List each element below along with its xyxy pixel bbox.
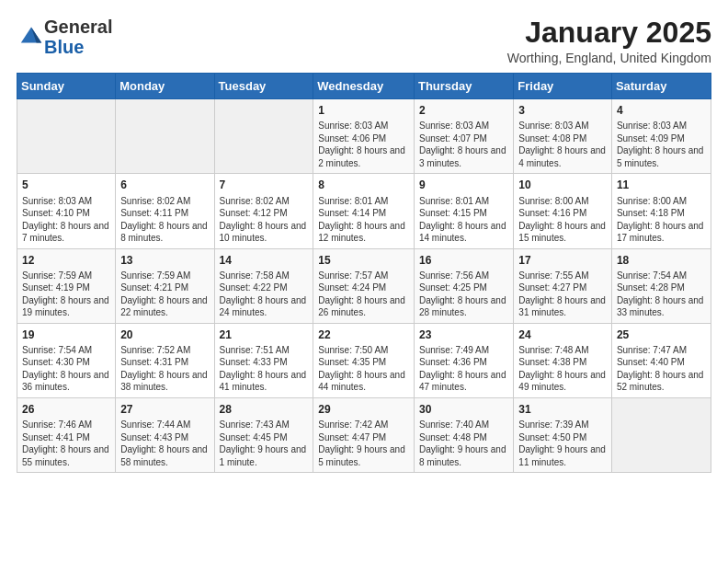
day-number: 22	[318, 327, 409, 342]
calendar-cell: 8Sunrise: 8:01 AM Sunset: 4:14 PM Daylig…	[313, 174, 415, 248]
calendar-cell: 3Sunrise: 8:03 AM Sunset: 4:08 PM Daylig…	[514, 99, 612, 174]
day-number: 6	[120, 178, 209, 192]
calendar-cell: 15Sunrise: 7:57 AM Sunset: 4:24 PM Dayli…	[313, 248, 415, 323]
calendar-table: SundayMondayTuesdayWednesdayThursdayFrid…	[17, 73, 711, 473]
calendar-cell: 14Sunrise: 7:58 AM Sunset: 4:22 PM Dayli…	[214, 248, 313, 323]
weekday-header: Thursday	[414, 74, 513, 99]
day-number: 31	[518, 402, 607, 417]
day-number: 1	[318, 103, 409, 118]
calendar-cell: 7Sunrise: 8:02 AM Sunset: 4:12 PM Daylig…	[214, 174, 313, 248]
calendar-cell: 19Sunrise: 7:54 AM Sunset: 4:30 PM Dayli…	[17, 323, 116, 397]
calendar-cell: 9Sunrise: 8:01 AM Sunset: 4:15 PM Daylig…	[414, 174, 513, 248]
calendar-cell: 31Sunrise: 7:39 AM Sunset: 4:50 PM Dayli…	[514, 397, 612, 472]
calendar-week-row: 12Sunrise: 7:59 AM Sunset: 4:19 PM Dayli…	[17, 248, 711, 323]
title-block: January 2025 Worthing, England, United K…	[507, 17, 711, 65]
day-info: Sunrise: 7:59 AM Sunset: 4:19 PM Dayligh…	[22, 270, 110, 319]
calendar-cell: 5Sunrise: 8:03 AM Sunset: 4:10 PM Daylig…	[17, 174, 116, 248]
month-title: January 2025	[507, 17, 711, 49]
calendar-cell: 23Sunrise: 7:49 AM Sunset: 4:36 PM Dayli…	[414, 323, 513, 397]
day-info: Sunrise: 8:01 AM Sunset: 4:15 PM Dayligh…	[419, 195, 508, 245]
day-info: Sunrise: 7:49 AM Sunset: 4:36 PM Dayligh…	[419, 344, 508, 394]
day-info: Sunrise: 7:55 AM Sunset: 4:27 PM Dayligh…	[518, 270, 607, 319]
calendar-week-row: 19Sunrise: 7:54 AM Sunset: 4:30 PM Dayli…	[17, 323, 711, 397]
day-number: 30	[419, 402, 508, 417]
calendar-cell: 17Sunrise: 7:55 AM Sunset: 4:27 PM Dayli…	[514, 248, 612, 323]
day-number: 16	[419, 253, 508, 268]
calendar-cell: 26Sunrise: 7:46 AM Sunset: 4:41 PM Dayli…	[17, 397, 116, 472]
day-info: Sunrise: 8:02 AM Sunset: 4:12 PM Dayligh…	[220, 195, 309, 245]
day-number: 12	[22, 253, 110, 268]
day-info: Sunrise: 7:48 AM Sunset: 4:38 PM Dayligh…	[518, 344, 607, 394]
weekday-header: Sunday	[17, 74, 116, 99]
day-info: Sunrise: 7:52 AM Sunset: 4:31 PM Dayligh…	[120, 344, 209, 394]
day-info: Sunrise: 8:02 AM Sunset: 4:11 PM Dayligh…	[120, 195, 209, 245]
calendar-week-row: 5Sunrise: 8:03 AM Sunset: 4:10 PM Daylig…	[17, 174, 711, 248]
day-number: 11	[617, 178, 706, 192]
calendar-cell: 24Sunrise: 7:48 AM Sunset: 4:38 PM Dayli…	[514, 323, 612, 397]
day-info: Sunrise: 7:43 AM Sunset: 4:45 PM Dayligh…	[220, 419, 309, 468]
day-info: Sunrise: 7:40 AM Sunset: 4:48 PM Dayligh…	[419, 419, 508, 468]
calendar-week-row: 26Sunrise: 7:46 AM Sunset: 4:41 PM Dayli…	[17, 397, 711, 472]
logo: General Blue	[17, 17, 112, 57]
day-info: Sunrise: 7:54 AM Sunset: 4:28 PM Dayligh…	[617, 270, 706, 319]
day-info: Sunrise: 7:44 AM Sunset: 4:43 PM Dayligh…	[120, 419, 209, 468]
day-info: Sunrise: 7:56 AM Sunset: 4:25 PM Dayligh…	[419, 270, 508, 319]
day-number: 9	[419, 178, 508, 192]
day-number: 28	[220, 402, 309, 417]
day-number: 7	[220, 178, 309, 192]
calendar-cell: 2Sunrise: 8:03 AM Sunset: 4:07 PM Daylig…	[414, 99, 513, 174]
day-number: 3	[518, 103, 607, 118]
day-info: Sunrise: 8:00 AM Sunset: 4:18 PM Dayligh…	[617, 195, 706, 245]
day-info: Sunrise: 7:39 AM Sunset: 4:50 PM Dayligh…	[518, 419, 607, 468]
day-number: 25	[617, 327, 706, 342]
calendar-cell: 16Sunrise: 7:56 AM Sunset: 4:25 PM Dayli…	[414, 248, 513, 323]
calendar-cell: 27Sunrise: 7:44 AM Sunset: 4:43 PM Dayli…	[116, 397, 214, 472]
day-info: Sunrise: 7:57 AM Sunset: 4:24 PM Dayligh…	[318, 270, 409, 319]
header: General Blue January 2025 Worthing, Engl…	[17, 17, 711, 65]
calendar-cell: 4Sunrise: 8:03 AM Sunset: 4:09 PM Daylig…	[611, 99, 711, 174]
calendar-cell: 28Sunrise: 7:43 AM Sunset: 4:45 PM Dayli…	[214, 397, 313, 472]
day-number: 17	[518, 253, 607, 268]
day-number: 19	[22, 327, 110, 342]
day-info: Sunrise: 8:03 AM Sunset: 4:09 PM Dayligh…	[617, 120, 706, 169]
calendar-cell	[214, 99, 313, 174]
calendar-cell: 22Sunrise: 7:50 AM Sunset: 4:35 PM Dayli…	[313, 323, 415, 397]
day-number: 13	[120, 253, 209, 268]
day-info: Sunrise: 8:03 AM Sunset: 4:10 PM Dayligh…	[22, 195, 110, 245]
calendar-cell	[611, 397, 711, 472]
page: General Blue January 2025 Worthing, Engl…	[0, 0, 728, 482]
calendar-cell: 20Sunrise: 7:52 AM Sunset: 4:31 PM Dayli…	[116, 323, 214, 397]
day-info: Sunrise: 8:03 AM Sunset: 4:06 PM Dayligh…	[318, 120, 409, 169]
weekday-header: Tuesday	[214, 74, 313, 99]
day-number: 15	[318, 253, 409, 268]
calendar-cell: 18Sunrise: 7:54 AM Sunset: 4:28 PM Dayli…	[611, 248, 711, 323]
logo-blue: Blue	[44, 37, 84, 57]
calendar-cell: 12Sunrise: 7:59 AM Sunset: 4:19 PM Dayli…	[17, 248, 116, 323]
day-number: 26	[22, 402, 110, 417]
calendar-cell	[116, 99, 214, 174]
day-info: Sunrise: 8:03 AM Sunset: 4:07 PM Dayligh…	[419, 120, 508, 169]
day-info: Sunrise: 7:42 AM Sunset: 4:47 PM Dayligh…	[318, 419, 409, 468]
calendar-cell: 21Sunrise: 7:51 AM Sunset: 4:33 PM Dayli…	[214, 323, 313, 397]
calendar-cell: 11Sunrise: 8:00 AM Sunset: 4:18 PM Dayli…	[611, 174, 711, 248]
logo-general: General	[44, 17, 112, 37]
calendar-cell	[17, 99, 116, 174]
day-number: 8	[318, 178, 409, 192]
calendar-cell: 6Sunrise: 8:02 AM Sunset: 4:11 PM Daylig…	[116, 174, 214, 248]
logo-text: General Blue	[44, 17, 112, 57]
weekday-header: Friday	[514, 74, 612, 99]
day-info: Sunrise: 7:50 AM Sunset: 4:35 PM Dayligh…	[318, 344, 409, 394]
day-number: 5	[22, 178, 110, 192]
day-info: Sunrise: 8:01 AM Sunset: 4:14 PM Dayligh…	[318, 195, 409, 245]
day-number: 23	[419, 327, 508, 342]
location: Worthing, England, United Kingdom	[507, 51, 711, 65]
calendar-cell: 10Sunrise: 8:00 AM Sunset: 4:16 PM Dayli…	[514, 174, 612, 248]
day-number: 29	[318, 402, 409, 417]
day-info: Sunrise: 7:46 AM Sunset: 4:41 PM Dayligh…	[22, 419, 110, 468]
day-info: Sunrise: 7:54 AM Sunset: 4:30 PM Dayligh…	[22, 344, 110, 394]
calendar-cell: 25Sunrise: 7:47 AM Sunset: 4:40 PM Dayli…	[611, 323, 711, 397]
day-number: 21	[220, 327, 309, 342]
logo-icon	[18, 22, 44, 48]
day-number: 14	[220, 253, 309, 268]
day-info: Sunrise: 7:47 AM Sunset: 4:40 PM Dayligh…	[617, 344, 706, 394]
